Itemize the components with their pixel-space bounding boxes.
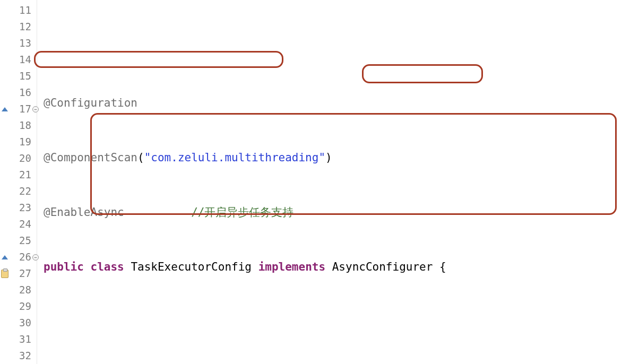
line-number: 31 (0, 331, 37, 348)
class-name: TaskExecutorConfig (131, 261, 252, 273)
line-number-gutter: 11 12 13 14 15 16 17 − 18 19 20 21 22 23… (0, 0, 37, 364)
line-number: 30 (0, 315, 37, 331)
line-number: 29 (0, 298, 37, 315)
code-line[interactable]: public class TaskExecutorConfig implemen… (44, 259, 639, 275)
line-number: 32 (0, 348, 37, 364)
highlight-asyncconfigurer (362, 64, 483, 83)
line-number: 20 (0, 150, 37, 167)
line-number: 12 (0, 19, 37, 35)
line-number: 24 (0, 216, 37, 232)
line-number: 19 (0, 134, 37, 150)
annotation: @EnableAsync (44, 206, 124, 219)
punct: ( (137, 151, 144, 164)
keyword: public (44, 261, 84, 273)
override-marker-icon[interactable] (1, 254, 8, 261)
line-number: 16 (0, 84, 37, 101)
line-number: 25 (0, 232, 37, 249)
line-number: 21 (0, 167, 37, 183)
line-number: 14 (0, 51, 37, 68)
code-line[interactable]: @Configuration (44, 95, 639, 111)
keyword: implements (258, 261, 325, 273)
line-number: 11 (0, 2, 37, 19)
code-line[interactable]: @ComponentScan("com.zeluli.multithreadin… (44, 150, 639, 166)
line-number: 18 (0, 117, 37, 134)
annotation: @Configuration (44, 97, 137, 109)
line-number: 23 (0, 200, 37, 216)
override-marker-icon[interactable] (1, 106, 8, 113)
code-line[interactable] (44, 40, 639, 57)
line-number: 28 (0, 282, 37, 298)
code-line[interactable]: @EnableAsync //开启异步任务支持 (44, 204, 639, 221)
punct: ) (325, 151, 332, 164)
line-number[interactable]: 27 (0, 265, 37, 282)
interface-name: AsyncConfigurer (332, 261, 433, 273)
todo-marker-icon[interactable] (1, 270, 8, 278)
code-area[interactable]: @Configuration @ComponentScan("com.zelul… (37, 0, 639, 364)
line-number: 13 (0, 35, 37, 51)
line-number: 22 (0, 183, 37, 200)
annotation: @ComponentScan (44, 151, 137, 164)
line-number: 15 (0, 68, 37, 84)
code-editor: 11 12 13 14 15 16 17 − 18 19 20 21 22 23… (0, 0, 639, 364)
comment: //开启异步任务支持 (191, 206, 293, 219)
code-line[interactable] (44, 314, 639, 330)
line-number[interactable]: 17 − (0, 101, 37, 117)
line-number[interactable]: 26 − (0, 249, 37, 265)
keyword: class (91, 261, 124, 273)
punct: { (433, 261, 446, 273)
string-literal: "com.zeluli.multithreading" (144, 151, 325, 164)
